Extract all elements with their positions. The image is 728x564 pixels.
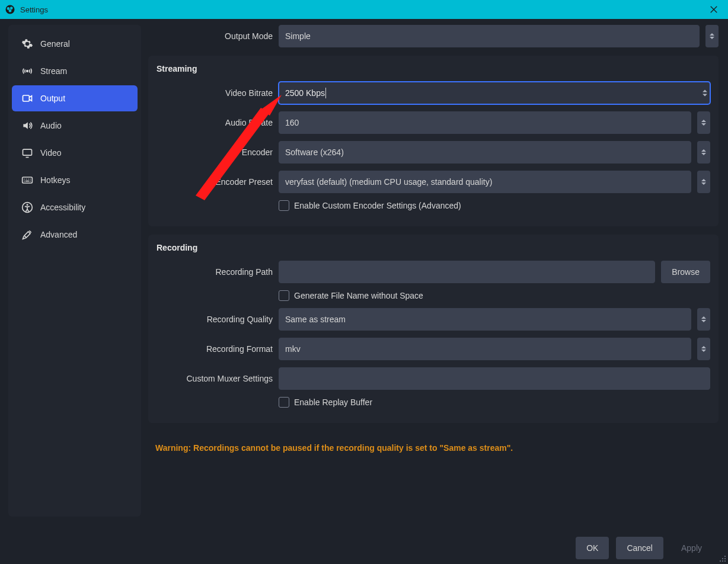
cancel-label: Cancel xyxy=(627,543,653,553)
sidebar-item-audio[interactable]: Audio xyxy=(12,113,138,139)
recording-format-select[interactable]: mkv xyxy=(279,338,691,360)
encoder-preset-spinner[interactable] xyxy=(697,171,710,193)
svg-point-13 xyxy=(722,558,723,559)
audio-bitrate-spinner[interactable] xyxy=(697,111,710,134)
chevron-down-icon xyxy=(701,153,706,155)
sidebar-item-stream[interactable]: Stream xyxy=(12,58,138,84)
svg-rect-7 xyxy=(23,177,33,183)
recording-path-label: Recording Path xyxy=(157,267,273,277)
encoder-spinner[interactable] xyxy=(697,141,710,164)
output-mode-spinner[interactable] xyxy=(705,25,719,47)
sidebar-item-hotkeys[interactable]: Hotkeys xyxy=(12,167,138,193)
svg-point-12 xyxy=(724,560,726,562)
chevron-down-icon xyxy=(701,320,706,322)
sidebar-item-video[interactable]: Video xyxy=(12,140,138,166)
audio-bitrate-select[interactable]: 160 xyxy=(279,111,691,134)
recording-quality-select[interactable]: Same as stream xyxy=(279,308,691,331)
recording-format-label: Recording Format xyxy=(157,344,273,354)
encoder-select[interactable]: Software (x264) xyxy=(279,141,691,164)
sidebar-item-advanced[interactable]: Advanced xyxy=(12,222,138,248)
sidebar-item-label: General xyxy=(40,39,70,49)
browse-button[interactable]: Browse xyxy=(661,261,710,283)
cancel-button[interactable]: Cancel xyxy=(616,537,663,559)
footer: OK Cancel Apply xyxy=(0,532,728,564)
replay-buffer-label: Enable Replay Buffer xyxy=(294,398,372,407)
encoder-preset-value: veryfast (default) (medium CPU usage, st… xyxy=(285,177,492,187)
monitor-icon xyxy=(21,147,33,159)
output-mode-select[interactable]: Simple xyxy=(279,25,700,47)
svg-point-9 xyxy=(27,204,28,206)
replay-buffer-checkbox[interactable] xyxy=(279,397,289,408)
sidebar-item-label: Accessibility xyxy=(40,203,85,212)
recording-quality-label: Recording Quality xyxy=(157,315,273,324)
chevron-down-icon[interactable] xyxy=(703,94,707,97)
audio-bitrate-value: 160 xyxy=(285,118,299,127)
chevron-up-icon xyxy=(710,33,714,36)
video-bitrate-value: 2500 Kbps xyxy=(285,88,325,98)
gen-filename-label: Generate File Name without Space xyxy=(294,291,423,300)
chevron-down-icon xyxy=(701,350,706,352)
chevron-up-icon xyxy=(701,316,706,319)
recording-quality-value: Same as stream xyxy=(285,315,346,324)
output-icon xyxy=(21,92,33,104)
svg-point-4 xyxy=(27,70,28,72)
muxer-input[interactable] xyxy=(279,367,710,390)
output-mode-row: Output Mode Simple xyxy=(148,25,719,47)
recording-panel: Recording Recording Path Browse Generate… xyxy=(148,235,719,423)
sidebar-item-label: Audio xyxy=(40,121,62,130)
streaming-panel: Streaming Video Bitrate 2500 Kbps Audio … xyxy=(148,56,719,226)
apply-button[interactable]: Apply xyxy=(670,537,713,559)
output-mode-label: Output Mode xyxy=(148,31,273,41)
accessibility-icon xyxy=(21,201,33,213)
muxer-label: Custom Muxer Settings xyxy=(157,374,273,383)
audio-bitrate-label: Audio Bitrate xyxy=(157,118,273,127)
recording-format-spinner[interactable] xyxy=(697,338,710,360)
speaker-icon xyxy=(21,120,33,132)
chevron-down-icon xyxy=(701,123,706,126)
svg-point-10 xyxy=(724,556,726,557)
main-area: General Stream Output Audio Video xyxy=(0,19,728,532)
apply-label: Apply xyxy=(681,543,702,553)
svg-rect-6 xyxy=(23,149,32,155)
video-bitrate-label: Video Bitrate xyxy=(157,88,273,98)
gen-filename-checkbox[interactable] xyxy=(279,290,289,301)
sidebar: General Stream Output Audio Video xyxy=(8,25,141,517)
encoder-preset-select[interactable]: veryfast (default) (medium CPU usage, st… xyxy=(279,171,691,193)
browse-label: Browse xyxy=(672,267,700,277)
sidebar-item-general[interactable]: General xyxy=(12,31,138,57)
enable-custom-encoder-label: Enable Custom Encoder Settings (Advanced… xyxy=(294,201,461,210)
recording-quality-spinner[interactable] xyxy=(697,308,710,331)
video-bitrate-input[interactable]: 2500 Kbps xyxy=(279,82,710,104)
svg-point-3 xyxy=(9,9,12,12)
chevron-up-icon xyxy=(701,149,706,152)
encoder-value: Software (x264) xyxy=(285,148,344,157)
warning-text: Warning: Recordings cannot be paused if … xyxy=(148,431,719,457)
sidebar-item-label: Advanced xyxy=(40,230,77,239)
sidebar-item-output[interactable]: Output xyxy=(12,85,138,111)
svg-point-11 xyxy=(724,558,726,559)
ok-button[interactable]: OK xyxy=(576,537,609,559)
svg-point-2 xyxy=(10,7,13,9)
chevron-down-icon xyxy=(701,182,706,185)
content-area: Output Mode Simple Streaming Video Bitra… xyxy=(146,25,728,532)
svg-point-14 xyxy=(722,560,723,562)
sidebar-item-accessibility[interactable]: Accessibility xyxy=(12,194,138,220)
output-mode-value: Simple xyxy=(285,31,311,41)
enable-custom-encoder-checkbox[interactable] xyxy=(279,200,289,211)
svg-rect-5 xyxy=(23,95,30,101)
window-title: Settings xyxy=(20,5,704,14)
antenna-icon xyxy=(21,65,33,77)
text-caret xyxy=(325,88,326,98)
recording-path-input[interactable] xyxy=(279,261,655,283)
recording-format-value: mkv xyxy=(285,344,301,354)
recording-title: Recording xyxy=(157,243,710,252)
chevron-up-icon[interactable] xyxy=(703,90,707,92)
tools-icon xyxy=(21,229,33,241)
encoder-label: Encoder xyxy=(157,148,273,157)
titlebar: Settings xyxy=(0,0,728,19)
resize-grip-icon[interactable] xyxy=(719,555,726,562)
app-icon xyxy=(5,4,15,15)
chevron-up-icon xyxy=(701,120,706,122)
chevron-down-icon xyxy=(710,37,714,39)
close-button[interactable] xyxy=(704,0,723,19)
